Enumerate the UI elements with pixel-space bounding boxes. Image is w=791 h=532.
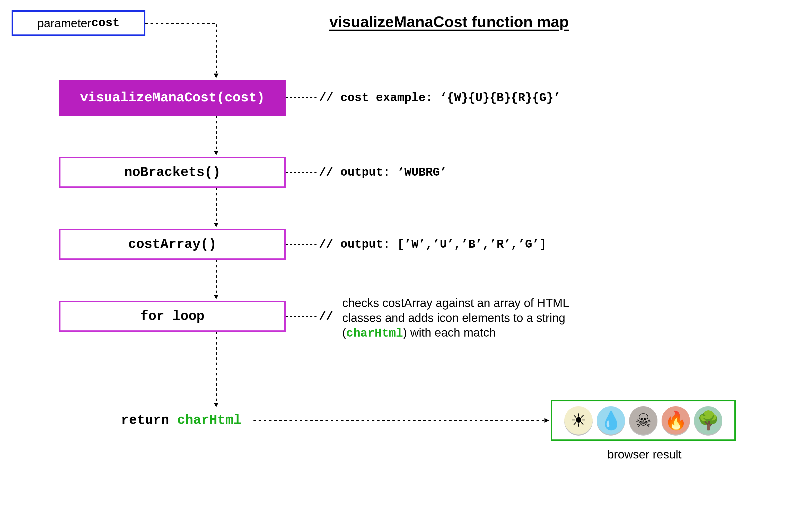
node-parameter: parameter cost	[12, 10, 145, 36]
comment-costarray: // output: [’W’,’U’,’B’,’R’,’G’]	[319, 238, 546, 251]
mana-icon-black: ☠︎	[629, 406, 658, 435]
node-function-call: visualizeManaCost(cost)	[59, 80, 286, 116]
comment-forloop-desc-code: charHtml	[346, 327, 403, 340]
diagram-title: visualizeManaCost function map	[329, 13, 569, 31]
node-forloop: for loop	[59, 301, 286, 332]
comment-forloop-slashes: //	[319, 310, 333, 323]
comment-forloop-desc-line3a: (	[342, 326, 346, 339]
node-costarray: costArray()	[59, 229, 286, 260]
browser-result-box: ☀︎💧☠︎🔥🌳	[551, 400, 736, 441]
comment-forloop-desc-line3b: ) with each match	[403, 326, 496, 339]
comment-forloop-desc-line2: classes and adds icon elements to a stri…	[342, 311, 565, 324]
return-keyword: return	[121, 413, 177, 428]
node-nobrackets: noBrackets()	[59, 157, 286, 188]
mana-icon-green: 🌳	[694, 406, 722, 435]
browser-result-caption: browser result	[607, 448, 682, 461]
mana-icon-red: 🔥	[662, 406, 690, 435]
mana-icon-white: ☀︎	[564, 406, 593, 435]
mana-icon-blue: 💧	[597, 406, 625, 435]
comment-function-call: // cost example: ‘{W}{U}{B}{R}{G}’	[319, 91, 561, 104]
comment-forloop-desc-line1: checks costArray against an array of HTM…	[342, 296, 569, 309]
comment-nobrackets: // output: ‘WUBRG’	[319, 166, 447, 179]
comment-forloop-desc: checks costArray against an array of HTM…	[342, 296, 589, 341]
node-parameter-label-pre: parameter	[37, 16, 91, 30]
return-variable: charHtml	[177, 413, 241, 428]
diagram-canvas: visualizeManaCost function map parameter…	[0, 0, 791, 532]
node-parameter-label-code: cost	[91, 17, 119, 30]
return-statement: return charHtml	[121, 413, 241, 428]
